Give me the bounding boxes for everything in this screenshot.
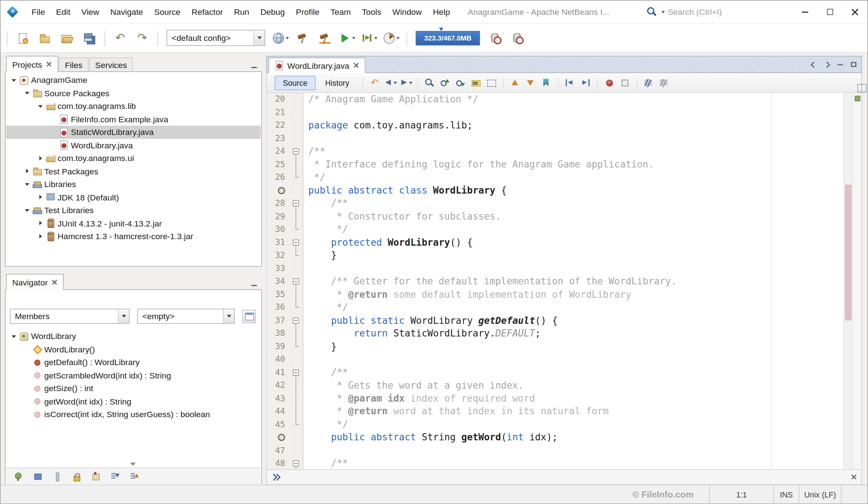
close-tab-icon[interactable] bbox=[52, 279, 58, 285]
minimize-panel-button[interactable] bbox=[250, 61, 258, 68]
collapse-icon[interactable] bbox=[24, 206, 31, 214]
filter-combobox[interactable]: <empty> bbox=[137, 309, 235, 323]
expand-icon[interactable] bbox=[37, 193, 45, 201]
tab-projects[interactable]: Projects bbox=[6, 56, 58, 72]
profiler-garbage-collection-button[interactable] bbox=[507, 28, 527, 48]
collapse-icon[interactable] bbox=[10, 76, 18, 84]
redo-button[interactable]: ↷ bbox=[132, 28, 152, 48]
window-minimize-button[interactable] bbox=[793, 0, 818, 24]
member-item[interactable]: getScrambledWord(int idx) : String bbox=[6, 369, 261, 382]
menu-run[interactable]: Run bbox=[228, 0, 255, 24]
code-line[interactable]: public abstract String getWord(int idx); bbox=[267, 431, 844, 444]
minimize-panel-button[interactable] bbox=[250, 279, 258, 286]
previous-bookmark-button[interactable] bbox=[508, 76, 523, 90]
code-line[interactable]: 20/* Anagram Game Application */ bbox=[267, 93, 844, 106]
shift-line-right-button[interactable] bbox=[578, 76, 593, 90]
tree-item[interactable]: JDK 18 (Default) bbox=[6, 191, 261, 204]
toggle-rectangular-selection-button[interactable] bbox=[484, 76, 499, 90]
code-line[interactable]: 37 public static WordLibrary getDefault(… bbox=[267, 314, 844, 327]
view-source-button[interactable]: Source bbox=[275, 76, 316, 90]
member-item[interactable]: WordLibrary bbox=[6, 330, 261, 343]
config-select[interactable]: <default config> bbox=[167, 30, 265, 46]
code-line[interactable]: 48 /** bbox=[267, 457, 844, 469]
menu-navigate[interactable]: Navigate bbox=[105, 0, 148, 24]
build-project-button[interactable] bbox=[293, 28, 313, 48]
tree-item[interactable]: Source Packages bbox=[6, 86, 261, 99]
forward-button[interactable] bbox=[399, 76, 413, 90]
window-maximize-button[interactable] bbox=[818, 0, 843, 24]
tree-item[interactable]: JUnit 4.13.2 - junit-4.13.2.jar bbox=[6, 217, 261, 230]
tree-item[interactable]: AnagramGame bbox=[6, 73, 261, 86]
menu-file[interactable]: File bbox=[26, 0, 51, 24]
tree-item[interactable]: Libraries bbox=[6, 178, 261, 191]
menu-source[interactable]: Source bbox=[149, 0, 186, 24]
minimize-button[interactable] bbox=[835, 59, 846, 70]
menu-profile[interactable]: Profile bbox=[290, 0, 325, 24]
tree-item[interactable]: StaticWordLibrary.java bbox=[6, 126, 261, 139]
menu-team[interactable]: Team bbox=[325, 0, 357, 24]
expand-icon[interactable] bbox=[37, 154, 45, 162]
fold-collapse-icon[interactable] bbox=[293, 460, 299, 466]
tab-navigator[interactable]: Navigator bbox=[6, 274, 64, 290]
force-garbage-collection-button[interactable] bbox=[485, 28, 505, 48]
code-line[interactable]: 23 bbox=[267, 132, 844, 145]
set-browser-button[interactable] bbox=[271, 28, 291, 48]
fold-collapse-icon[interactable] bbox=[293, 239, 299, 245]
code-line[interactable]: 22package com.toy.anagrams.lib; bbox=[267, 119, 844, 132]
code-line[interactable]: 47 bbox=[267, 444, 844, 457]
insert-mode-indicator[interactable]: INS bbox=[773, 485, 799, 503]
expand-icon[interactable] bbox=[24, 167, 31, 175]
close-tab-icon[interactable] bbox=[353, 62, 359, 68]
scrollbar-thumb[interactable] bbox=[845, 185, 851, 321]
code-line[interactable]: 33 bbox=[267, 262, 844, 275]
view-history-button[interactable]: History bbox=[317, 76, 358, 90]
jump-list-expand-button[interactable] bbox=[271, 474, 280, 480]
fold-collapse-icon[interactable] bbox=[293, 369, 299, 376]
menu-debug[interactable]: Debug bbox=[255, 0, 290, 24]
menu-window[interactable]: Window bbox=[387, 0, 427, 24]
tree-item[interactable]: com.toy.anagrams.lib bbox=[6, 99, 261, 113]
dropdown-arrow-icon[interactable] bbox=[253, 30, 265, 45]
last-edit-location-button[interactable]: ↶ bbox=[367, 76, 382, 90]
back-button[interactable] bbox=[383, 76, 397, 90]
show-non-public-button[interactable] bbox=[71, 471, 82, 482]
next-bookmark-button[interactable] bbox=[524, 76, 538, 90]
menu-help[interactable]: Help bbox=[427, 0, 456, 24]
comment-button[interactable] bbox=[641, 76, 656, 90]
code-line[interactable]: 45 */ bbox=[267, 418, 844, 431]
tree-item[interactable]: Test Libraries bbox=[6, 204, 261, 217]
tree-item[interactable]: FileInfo.com Example.java bbox=[6, 113, 261, 126]
find-selection-button[interactable] bbox=[422, 76, 437, 90]
toggle-highlight-search-button[interactable] bbox=[469, 76, 483, 90]
tree-item[interactable]: WordLibrary.java bbox=[6, 139, 261, 152]
window-close-button[interactable] bbox=[843, 0, 868, 24]
code-line[interactable]: 25 * Interface defining logic for the An… bbox=[267, 158, 844, 171]
document-tab-wordlibrary[interactable]: WordLibrary.java bbox=[269, 58, 366, 73]
member-item[interactable]: isCorrect(int idx, String userGuess) : b… bbox=[6, 408, 261, 421]
show-static-button[interactable] bbox=[51, 471, 63, 482]
code-line[interactable]: 38 return StaticWordLibrary.DEFAULT; bbox=[267, 327, 844, 340]
tab-files[interactable]: Files bbox=[59, 58, 88, 72]
sort-by-name-button[interactable] bbox=[110, 471, 121, 482]
code-line[interactable]: 31 protected WordLibrary() { bbox=[267, 236, 844, 249]
annotation-glyph-icon[interactable] bbox=[278, 187, 285, 194]
sort-by-source-button[interactable] bbox=[129, 471, 140, 482]
code-line[interactable]: 41 /** bbox=[267, 366, 844, 379]
code-area[interactable]: 20/* Anagram Game Application */2122pack… bbox=[267, 93, 844, 469]
code-line[interactable]: 29 * Constructor for subclasses. bbox=[267, 210, 844, 223]
collapse-icon[interactable] bbox=[24, 180, 31, 188]
code-line[interactable]: 28 /** bbox=[267, 197, 844, 210]
new-project-button[interactable] bbox=[35, 28, 55, 48]
clean-build-project-button[interactable] bbox=[315, 28, 335, 48]
code-line[interactable]: 35 * @return some default implementation… bbox=[267, 288, 844, 301]
close-bottom-bar-button[interactable] bbox=[851, 474, 857, 480]
members-combobox[interactable]: Members bbox=[10, 309, 130, 323]
show-bean-patterns-button[interactable] bbox=[90, 471, 101, 482]
code-line[interactable]: 32 } bbox=[267, 249, 844, 262]
splitter-handle[interactable] bbox=[130, 463, 135, 466]
member-item[interactable]: getSize() : int bbox=[6, 382, 261, 395]
find-next-occurrence-button[interactable] bbox=[453, 76, 468, 90]
collapse-icon[interactable] bbox=[24, 89, 31, 97]
code-line[interactable]: 21 bbox=[267, 106, 844, 119]
scroll-left-button[interactable] bbox=[808, 59, 819, 70]
